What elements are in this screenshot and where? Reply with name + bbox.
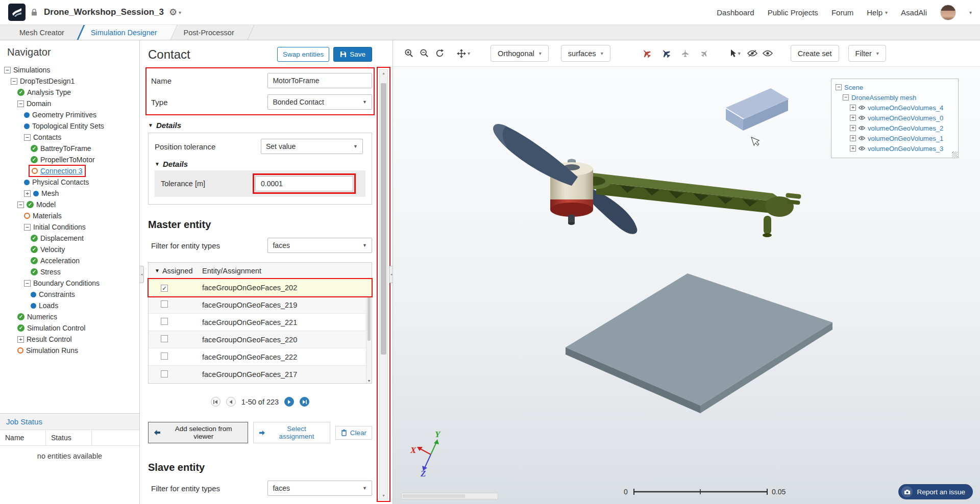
row-checkbox[interactable]: ✓ — [161, 285, 168, 292]
tolerance-input[interactable] — [255, 176, 353, 191]
tree-item-physical-contacts[interactable]: Physical Contacts — [0, 177, 139, 188]
scrollbar-thumb[interactable] — [381, 83, 386, 355]
tree-collapse-icon[interactable]: − — [24, 134, 31, 141]
tree-item-displacement[interactable]: ✓Displacement — [0, 233, 139, 244]
table-row-facegroupongeofaces-202[interactable]: ✓faceGroupOnGeoFaces_202 — [149, 279, 372, 296]
tree-item-topological-entity-sets[interactable]: Topological Entity Sets — [0, 120, 139, 132]
select-tool-button[interactable]: ▾ — [730, 49, 741, 58]
tree-item-simulation-runs[interactable]: Simulation Runs — [0, 345, 139, 356]
type-select[interactable]: Bonded Contact ▼ — [267, 94, 372, 110]
scroll-down-icon[interactable]: ▾ — [380, 493, 387, 498]
table-row-facegroupongeofaces-219[interactable]: faceGroupOnGeoFaces_219 — [149, 296, 372, 314]
tree-collapse-icon[interactable]: − — [17, 201, 24, 208]
filter-select[interactable]: Filter ▾ — [848, 45, 886, 62]
scrollbar-thumb[interactable] — [403, 494, 465, 498]
scene-mesh-label[interactable]: DroneAssembly mesh — [851, 94, 916, 102]
tree-collapse-icon[interactable]: − — [11, 78, 17, 85]
scroll-down-icon[interactable]: ▾ — [366, 379, 372, 383]
projection-select[interactable]: Orthogonal ▾ — [491, 45, 549, 62]
view-preset-navy-jet-icon[interactable] — [658, 46, 674, 61]
tree-item-model[interactable]: −✓Model — [0, 199, 139, 210]
tree-item-simulation-control[interactable]: ✓Simulation Control — [0, 322, 139, 334]
avatar[interactable] — [940, 5, 956, 20]
tree-item-propellertomotor[interactable]: ✓PropellerToMotor — [0, 154, 139, 165]
nav-public-projects[interactable]: Public Projects — [768, 8, 818, 17]
details-section-toggle[interactable]: ▼ Details — [148, 121, 372, 130]
show-entity-button[interactable] — [760, 46, 775, 61]
render-mode-select[interactable]: surfaces ▾ — [561, 45, 610, 62]
tree-expand-icon[interactable]: + — [850, 125, 856, 131]
tree-item-boundary-conditions[interactable]: −Boundary Conditions — [0, 278, 139, 289]
clear-button[interactable]: Clear — [335, 426, 372, 440]
zoom-out-button[interactable] — [416, 46, 432, 61]
tree-expand-icon[interactable]: + — [850, 105, 856, 111]
tree-collapse-icon[interactable]: − — [836, 84, 842, 90]
tree-expand-icon[interactable]: + — [850, 115, 856, 121]
row-checkbox[interactable] — [161, 370, 168, 377]
slave-filter-select[interactable]: faces ▼ — [267, 481, 372, 496]
tree-item-loads[interactable]: Loads — [0, 300, 139, 311]
select-assignment-button[interactable]: Select assignment — [253, 422, 330, 443]
navigator-collapse-handle[interactable]: ◂ — [140, 266, 144, 283]
panel-scrollbar[interactable]: ▴ ▾ — [379, 69, 388, 499]
tree-expand-icon[interactable]: + — [850, 145, 856, 152]
tab-simulation-designer[interactable]: Simulation Designer — [78, 25, 170, 40]
scene-tree-volumeongeovolumes-2[interactable]: +volumeOnGeoVolumes_2 — [836, 123, 954, 133]
view-preset-gray-jet-icon[interactable] — [697, 46, 713, 61]
tree-item-acceleration[interactable]: ✓Acceleration — [0, 255, 139, 266]
tree-item-mesh[interactable]: +Mesh — [0, 188, 139, 199]
pagination-last-button[interactable] — [300, 397, 309, 407]
nav-help[interactable]: Help ▾ — [867, 8, 888, 17]
name-input[interactable] — [267, 73, 372, 88]
eye-icon[interactable] — [859, 115, 865, 120]
tree-collapse-icon[interactable]: − — [17, 100, 24, 107]
pagination-first-button[interactable] — [211, 397, 220, 407]
table-row-facegroupongeofaces-220[interactable]: faceGroupOnGeoFaces_220 — [149, 331, 372, 348]
pagination-next-button[interactable] — [284, 397, 294, 407]
tree-item-droptestdesign1[interactable]: −DropTestDesign1 — [0, 75, 139, 87]
tree-item-constraints[interactable]: Constraints — [0, 289, 139, 300]
row-checkbox[interactable] — [161, 318, 168, 325]
hide-entity-button[interactable] — [745, 46, 760, 61]
tree-collapse-icon[interactable]: − — [4, 67, 11, 73]
tree-item-domain[interactable]: −Domain — [0, 98, 139, 109]
eye-icon[interactable] — [859, 136, 865, 141]
position-tolerance-select[interactable]: Set value ▼ — [261, 139, 363, 154]
tree-item-geometry-primitives[interactable]: Geometry Primitives — [0, 109, 139, 120]
tab-mesh-creator[interactable]: Mesh Creator — [6, 25, 78, 40]
tree-item-materials[interactable]: Materials — [0, 210, 139, 221]
pagination-prev-button[interactable] — [226, 397, 236, 407]
row-checkbox[interactable] — [161, 300, 168, 308]
scene-tree-volumeongeovolumes-3[interactable]: +volumeOnGeoVolumes_3 — [836, 143, 954, 154]
viewer-horizontal-scrollbar[interactable] — [401, 493, 498, 499]
scene-root-label[interactable]: Scene — [844, 84, 863, 91]
tree-item-connection-3[interactable]: Connection 3 — [0, 165, 139, 177]
master-filter-select[interactable]: faces ▼ — [267, 238, 372, 253]
tree-item-numerics[interactable]: ✓Numerics — [0, 311, 139, 322]
view-preset-red-jet-icon[interactable] — [639, 46, 654, 61]
scene-tree-volumeongeovolumes-0[interactable]: +volumeOnGeoVolumes_0 — [836, 113, 954, 123]
tree-item-velocity[interactable]: ✓Velocity — [0, 244, 139, 255]
model-propeller-blade[interactable] — [493, 124, 578, 186]
model-plate[interactable] — [566, 273, 832, 413]
user-menu-caret-icon[interactable]: ▾ — [969, 10, 972, 15]
tree-collapse-icon[interactable]: − — [24, 224, 31, 231]
table-row-facegroupongeofaces-217[interactable]: faceGroupOnGeoFaces_217 — [149, 366, 372, 383]
scroll-up-icon[interactable]: ▴ — [380, 71, 387, 75]
refresh-view-button[interactable] — [432, 46, 447, 61]
scene-tree-root[interactable]: − Scene — [836, 82, 954, 92]
view-preset-gray-jet-up-icon[interactable] — [678, 46, 693, 61]
save-button[interactable]: Save — [333, 47, 372, 62]
project-settings-button[interactable]: ⚙ ▾ — [169, 8, 181, 17]
add-selection-from-viewer-button[interactable]: Add selection from viewer — [148, 422, 248, 443]
pan-tool-button[interactable]: ▾ — [456, 48, 470, 59]
inner-details-toggle[interactable]: ▼ Details — [155, 160, 365, 168]
row-checkbox[interactable] — [161, 335, 168, 342]
tree-expand-icon[interactable]: + — [17, 336, 24, 343]
tree-collapse-icon[interactable]: − — [843, 94, 849, 100]
tree-item-analysis-type[interactable]: ✓Analysis Type — [0, 87, 139, 98]
row-checkbox[interactable] — [161, 352, 168, 360]
volume-label[interactable]: volumeOnGeoVolumes_4 — [868, 104, 943, 112]
table-row-facegroupongeofaces-221[interactable]: faceGroupOnGeoFaces_221 — [149, 314, 372, 331]
tree-item-initial-conditions[interactable]: −Initial Conditions — [0, 221, 139, 233]
